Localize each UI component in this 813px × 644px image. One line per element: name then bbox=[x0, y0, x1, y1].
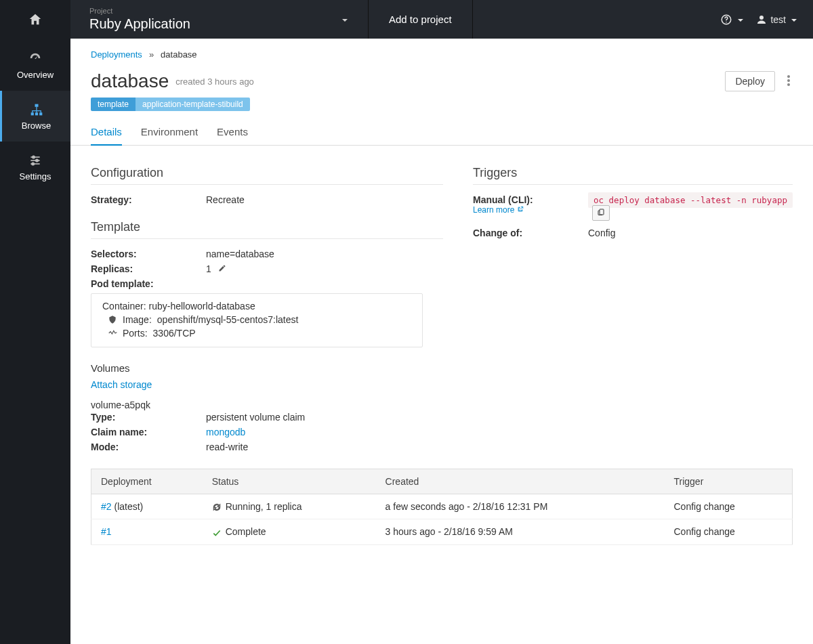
learn-more-link[interactable]: Learn more bbox=[473, 205, 588, 215]
svg-point-12 bbox=[759, 16, 764, 20]
attach-storage-link[interactable]: Attach storage bbox=[91, 379, 152, 390]
replicas-value: 1 bbox=[206, 263, 443, 274]
manual-cli-label: Manual (CLI): Learn more bbox=[473, 194, 588, 215]
chevron-down-icon bbox=[735, 14, 743, 25]
pencil-icon bbox=[218, 264, 226, 272]
svg-point-15 bbox=[787, 83, 790, 86]
svg-rect-2 bbox=[35, 112, 37, 115]
change-of-value: Config bbox=[588, 228, 793, 238]
help-icon bbox=[720, 14, 732, 26]
volume-type-label: Type: bbox=[91, 412, 206, 423]
volume-mode-label: Mode: bbox=[91, 442, 206, 452]
tab-events[interactable]: Events bbox=[217, 121, 248, 145]
tab-environment[interactable]: Environment bbox=[141, 121, 198, 145]
add-to-project-button[interactable]: Add to project bbox=[369, 0, 473, 39]
triggers-column: Triggers Manual (CLI): Learn more oc dep… bbox=[473, 162, 793, 452]
container-line: Container: ruby-helloworld-database bbox=[102, 301, 411, 312]
volume-claim-link[interactable]: mongodb bbox=[206, 427, 245, 437]
svg-rect-1 bbox=[30, 112, 33, 115]
sidebar: Overview Browse Settings bbox=[0, 0, 70, 644]
sidebar-item-label: Settings bbox=[0, 171, 70, 181]
check-icon bbox=[212, 528, 222, 538]
config-column: Configuration Strategy: Recreate Templat… bbox=[91, 162, 443, 452]
ports-value: 3306/TCP bbox=[153, 328, 196, 339]
svg-point-8 bbox=[36, 159, 38, 161]
deployment-link[interactable]: #2 bbox=[101, 501, 112, 512]
copy-button[interactable] bbox=[592, 205, 610, 221]
svg-rect-0 bbox=[35, 104, 38, 107]
volumes-heading: Volumes bbox=[91, 362, 443, 374]
refresh-icon bbox=[212, 502, 222, 512]
deployment-suffix: (latest) bbox=[112, 501, 144, 512]
strategy-label: Strategy: bbox=[91, 194, 206, 205]
sliders-icon bbox=[28, 154, 42, 167]
svg-point-14 bbox=[787, 79, 790, 82]
volume-name: volume-a5pqk bbox=[91, 400, 443, 410]
project-switcher[interactable]: Project Ruby Application bbox=[70, 0, 369, 39]
deploy-button[interactable]: Deploy bbox=[725, 71, 775, 91]
col-trigger: Trigger bbox=[664, 469, 792, 494]
clipboard-icon bbox=[597, 208, 605, 216]
svg-rect-16 bbox=[600, 209, 604, 215]
sidebar-item-browse[interactable]: Browse bbox=[0, 91, 70, 142]
main: Project Ruby Application Add to project … bbox=[70, 0, 813, 644]
chevron-down-icon bbox=[789, 14, 797, 25]
tab-details[interactable]: Details bbox=[91, 121, 122, 146]
home-button[interactable] bbox=[0, 0, 70, 39]
strategy-value: Recreate bbox=[206, 194, 443, 205]
svg-rect-3 bbox=[39, 112, 42, 115]
container-label: Container: bbox=[102, 301, 146, 312]
help-menu[interactable] bbox=[720, 14, 743, 26]
status-text: Complete bbox=[226, 526, 266, 537]
badge-key[interactable]: template bbox=[91, 98, 136, 111]
page-meta: created 3 hours ago bbox=[175, 77, 254, 87]
col-created: Created bbox=[376, 469, 665, 494]
user-menu[interactable]: test bbox=[755, 14, 797, 26]
col-status: Status bbox=[203, 469, 376, 494]
breadcrumb-root[interactable]: Deployments bbox=[91, 49, 142, 60]
external-link-icon bbox=[517, 206, 524, 213]
project-name: Ruby Application bbox=[89, 16, 327, 32]
cli-command: oc deploy database --latest -n rubyapp bbox=[588, 192, 793, 208]
page-title: database bbox=[91, 70, 169, 92]
project-eyebrow: Project bbox=[89, 7, 327, 15]
learn-more-text: Learn more bbox=[473, 205, 514, 215]
topbar-right: test bbox=[720, 0, 813, 39]
tabs: Details Environment Events bbox=[70, 121, 813, 146]
image-icon bbox=[108, 315, 117, 324]
badge-value[interactable]: application-template-stibuild bbox=[136, 98, 250, 111]
volume-claim-label: Claim name: bbox=[91, 427, 206, 437]
dashboard-icon bbox=[28, 51, 43, 66]
replicas-count: 1 bbox=[206, 263, 211, 274]
ports-line: Ports: 3306/TCP bbox=[102, 328, 411, 339]
container-value: ruby-helloworld-database bbox=[148, 301, 255, 312]
kebab-menu[interactable] bbox=[785, 72, 793, 91]
sidebar-item-overview[interactable]: Overview bbox=[0, 39, 70, 91]
template-heading: Template bbox=[91, 220, 443, 239]
svg-point-7 bbox=[33, 156, 35, 158]
user-icon bbox=[755, 14, 768, 26]
edit-replicas-button[interactable] bbox=[218, 263, 226, 274]
sidebar-item-label: Overview bbox=[0, 70, 70, 80]
image-label: Image: bbox=[123, 314, 152, 325]
deployment-link[interactable]: #1 bbox=[101, 526, 112, 537]
add-to-project-label: Add to project bbox=[389, 14, 452, 25]
selectors-value: name=database bbox=[206, 249, 443, 259]
trigger-text: Config change bbox=[664, 494, 792, 519]
manual-cli-value: oc deploy database --latest -n rubyapp bbox=[588, 194, 793, 221]
volume-mode-value: read-write bbox=[206, 442, 443, 452]
breadcrumb-current: database bbox=[161, 49, 197, 60]
sidebar-item-settings[interactable]: Settings bbox=[0, 142, 70, 192]
image-line: Image: openshift/mysql-55-centos7:latest bbox=[102, 314, 411, 325]
label-badges: template application-template-stibuild bbox=[70, 98, 813, 121]
deployments-table: Deployment Status Created Trigger #2 (la… bbox=[91, 469, 793, 545]
svg-point-9 bbox=[32, 163, 34, 165]
ports-label: Ports: bbox=[123, 328, 148, 339]
topbar: Project Ruby Application Add to project … bbox=[70, 0, 813, 39]
kebab-icon bbox=[787, 75, 790, 86]
image-value: openshift/mysql-55-centos7:latest bbox=[157, 314, 299, 325]
pod-template-label: Pod template: bbox=[91, 278, 206, 289]
replicas-label: Replicas: bbox=[91, 263, 206, 274]
ports-icon bbox=[108, 328, 117, 338]
triggers-heading: Triggers bbox=[473, 166, 793, 185]
